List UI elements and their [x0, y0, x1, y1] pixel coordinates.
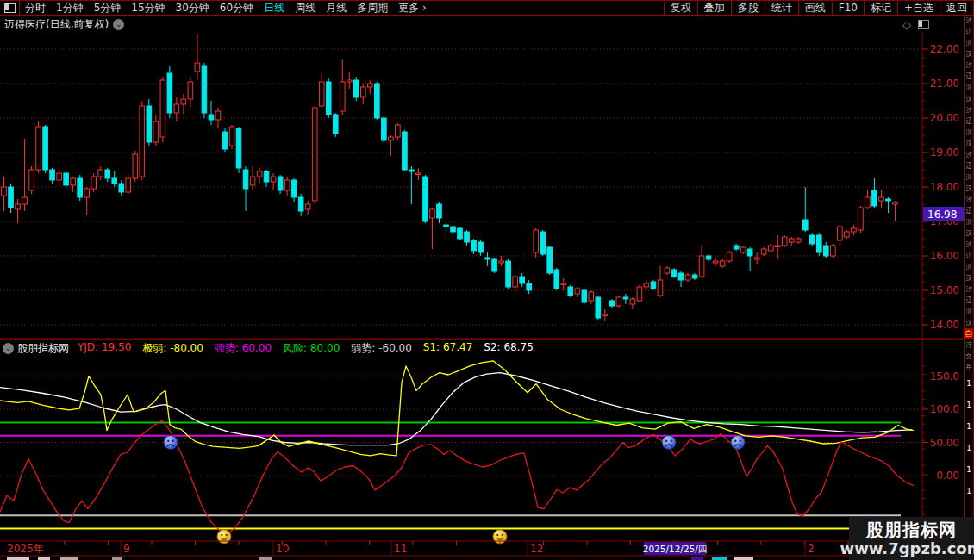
- right-strip-highlight[interactable]: 自: [965, 328, 974, 339]
- svg-text:16.98: 16.98: [927, 208, 957, 221]
- right-strip-item[interactable]: 1: [966, 481, 971, 502]
- right-strip-decor-char: 汐: [965, 194, 971, 205]
- chart-title: 迈得医疗(日线,前复权): [4, 17, 109, 32]
- sad-face-marker: [164, 436, 178, 450]
- indicator-values: YJD: 19.50极弱: -80.00强势: 60.00风险: 80.00弱势…: [78, 341, 545, 356]
- date-axis-year: 2025年: [7, 543, 44, 555]
- indicator-value: 弱势: -60.00: [351, 341, 412, 356]
- indicator-value: 强势: 60.00: [215, 341, 272, 356]
- right-strip-decor-char: 汉: [965, 272, 971, 283]
- indicator-axis-label: 0.00: [936, 470, 959, 482]
- date-axis-month: 2: [808, 543, 815, 555]
- period-menu-item[interactable]: 日线: [259, 1, 290, 16]
- right-strip-decor-char: 汉: [965, 138, 971, 149]
- right-strip-decor-char: 汌: [965, 82, 971, 93]
- indicator-value: S1: 67.47: [423, 341, 472, 356]
- indicator-value: YJD: 19.50: [78, 341, 131, 356]
- right-strip-decor-char: 辽: [965, 71, 971, 82]
- right-strip-decor-char: 泞: [965, 339, 971, 351]
- right-strip-item[interactable]: 1: [966, 459, 971, 481]
- right-strip-item[interactable]: 1: [966, 395, 971, 416]
- right-strip-decor-char: 辽: [965, 115, 971, 127]
- period-menu-item[interactable]: 1分钟: [51, 1, 89, 16]
- tools-menu-item[interactable]: 叠加: [697, 1, 731, 15]
- period-menu-item[interactable]: 60分钟: [215, 1, 259, 16]
- date-axis-month: 9: [123, 543, 130, 555]
- right-strip-decor-char: 汐: [965, 59, 971, 71]
- right-strip-decor-char: 汐: [965, 239, 971, 250]
- period-menu-item[interactable]: 周线: [290, 1, 321, 16]
- split-window-icon: [4, 3, 16, 13]
- date-axis-month: 10: [276, 543, 289, 555]
- price-axis-label: 20.00: [930, 112, 959, 124]
- indicator-value: S2: 68.75: [484, 341, 533, 356]
- tools-menu-item[interactable]: 统计: [765, 1, 798, 15]
- selected-date-label: 2025/12/25/四: [643, 544, 708, 554]
- tools-menu-item[interactable]: 复权: [664, 1, 697, 15]
- period-menu-item[interactable]: 月线: [321, 1, 352, 16]
- right-strip-decor-char: 交: [965, 351, 971, 362]
- price-axis-label: 19.00: [930, 146, 959, 159]
- right-strip-decor-char: 汐: [965, 15, 971, 26]
- right-strip-decor-char: 汉: [965, 227, 971, 239]
- diamond-icon[interactable]: ◇: [902, 18, 911, 31]
- date-axis: 2025年910111222025/12/25/四: [0, 541, 974, 556]
- period-menu-item[interactable]: 15分钟: [126, 1, 170, 16]
- price-axis-label: 16.00: [930, 250, 959, 262]
- right-strip-decor-char: 辽: [965, 295, 971, 306]
- right-strip-item[interactable]: 1: [966, 373, 971, 395]
- chart-canvas[interactable]: 22.0021.0020.0019.0018.0017.0016.0015.00…: [0, 0, 974, 560]
- right-strip-decor-char: 汉: [965, 48, 971, 59]
- tools-menu-item[interactable]: 标记: [864, 1, 897, 15]
- right-strip-item[interactable]: 1: [966, 438, 971, 459]
- period-menu-item[interactable]: 5分钟: [89, 1, 127, 16]
- tools-menu-item[interactable]: 多股: [731, 1, 765, 15]
- right-strip-decor-char: 汌: [965, 261, 971, 272]
- right-strip-decor-char: 汌: [965, 37, 971, 48]
- date-axis-month: 12: [530, 543, 543, 555]
- right-strip-item[interactable]: 1: [966, 416, 971, 438]
- pane-icon[interactable]: [918, 20, 929, 29]
- indicator-axis-label: 100.0: [930, 403, 959, 415]
- right-strip-decor-char: 汐: [965, 149, 971, 160]
- right-strip-decor-char: 汌: [965, 127, 971, 138]
- tools-menu-item[interactable]: 画线: [798, 1, 832, 15]
- watermark: 股朋指标网 www.7gpzb.com: [849, 517, 974, 560]
- main-price-grid: 22.0021.0020.0019.0018.0017.0016.0015.00…: [0, 43, 959, 331]
- period-menu: 分时1分钟5分钟15分钟30分钟60分钟日线周线月线多周期更多 ›: [20, 1, 432, 16]
- indicator-source-label: 股朋指标网: [17, 341, 69, 356]
- right-strip-decor-char: 汐: [965, 283, 971, 295]
- window-layout-button[interactable]: [0, 1, 20, 15]
- indicator-line-S1: [0, 361, 914, 456]
- period-menu-item[interactable]: 更多 ›: [393, 1, 432, 16]
- chart-title-row: 迈得医疗(日线,前复权) ⌄ ◇: [0, 16, 964, 33]
- indicator-axis-label: 150.0: [930, 370, 959, 383]
- price-axis-label: 21.00: [930, 78, 959, 90]
- period-menu-item[interactable]: 30分钟: [171, 1, 215, 16]
- top-menu-bar: 分时1分钟5分钟15分钟30分钟60分钟日线周线月线多周期更多 › 复权叠加多股…: [0, 0, 974, 16]
- right-strip-decor-char: 汉: [965, 317, 971, 328]
- candlestick-series: [2, 34, 898, 321]
- tools-menu-item[interactable]: 返回: [940, 1, 974, 15]
- right-sidebar-strip[interactable]: 汐辽汌汉汐辽汌汉汐辽汌汉汐辽汌汉汐辽汌汉汐辽汌汉汐辽汌汉自泞交岳111111: [964, 0, 974, 560]
- watermark-url: www.7gpzb.com: [840, 540, 974, 557]
- right-strip-decor-char: 辽: [965, 205, 971, 216]
- period-menu-item[interactable]: 多周期: [352, 1, 393, 16]
- price-axis-label: 14.00: [930, 319, 959, 331]
- stock-app-window: { "top_menu": { "left_items": [ {"label"…: [0, 0, 974, 560]
- tools-menu-item[interactable]: F10: [832, 1, 864, 15]
- price-axis-label: 15.00: [930, 284, 959, 296]
- right-strip-decor-char: 汉: [965, 93, 971, 104]
- date-axis-month: 11: [394, 543, 407, 555]
- period-menu-item[interactable]: 分时: [20, 1, 51, 16]
- watermark-title: 股朋指标网: [866, 520, 957, 540]
- indicator-value: 极弱: -80.00: [142, 341, 203, 356]
- indicator-line-YJD: [0, 420, 914, 534]
- price-axis-label: 18.00: [930, 181, 959, 193]
- right-strip-decor-char: 辽: [965, 160, 971, 171]
- tools-menu-item[interactable]: +自选: [897, 1, 940, 15]
- chevron-down-icon[interactable]: ⌄: [3, 343, 14, 354]
- indicator-panel: 150.0100.050.000.00: [0, 361, 959, 534]
- indicator-axis-label: 50.00: [930, 437, 959, 449]
- chevron-down-icon[interactable]: ⌄: [113, 19, 124, 30]
